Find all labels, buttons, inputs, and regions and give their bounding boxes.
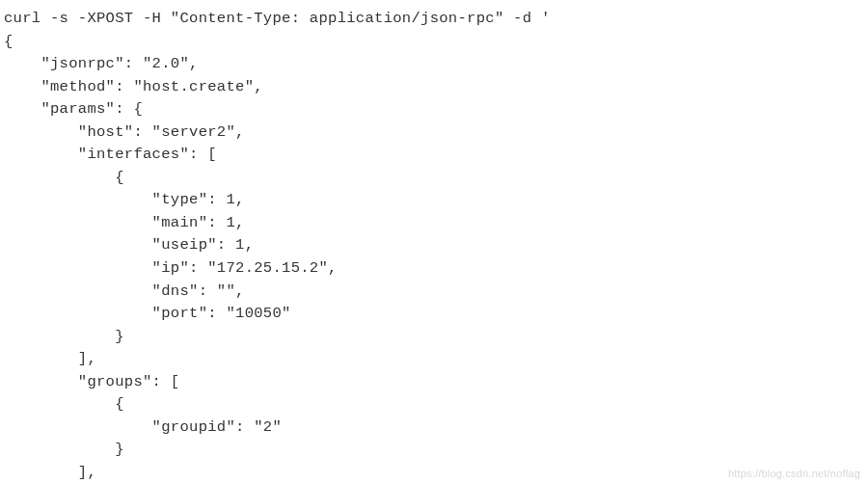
code-line: "dns": "", [4, 282, 245, 300]
code-line: ], [4, 464, 96, 481]
code-line: "groups": [ [4, 373, 179, 390]
code-line: { [4, 33, 14, 50]
code-line: "type": 1, [4, 191, 245, 208]
code-line: } [4, 441, 124, 458]
code-line: "interfaces": [ [4, 146, 217, 163]
code-line: { [4, 169, 124, 186]
code-line: "port": "10050" [4, 305, 291, 322]
code-line: "groupid": "2" [4, 418, 282, 436]
code-line: "host": "server2", [4, 123, 245, 141]
watermark-text: https://blog.csdn.net/noflag [728, 468, 860, 479]
code-line: { [4, 395, 124, 413]
code-line: "ip": "172.25.15.2", [4, 259, 338, 277]
code-line: ], [4, 350, 96, 367]
code-line: curl -s -XPOST -H "Content-Type: applica… [4, 10, 551, 27]
code-line: "main": 1, [4, 214, 245, 231]
code-line: "method": "host.create", [4, 78, 263, 95]
code-line: "useip": 1, [4, 236, 254, 254]
code-line: } [4, 328, 124, 345]
code-line: "jsonrpc": "2.0", [4, 55, 199, 72]
code-line: "params": { [4, 100, 143, 118]
code-block: curl -s -XPOST -H "Content-Type: applica… [0, 0, 868, 483]
